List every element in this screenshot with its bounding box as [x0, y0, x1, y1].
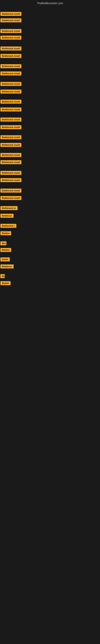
list-item: Bottleneck result	[0, 82, 21, 87]
list-item: Bot	[0, 241, 6, 246]
bottleneck-badge: Bottler	[0, 281, 11, 285]
bottleneck-badge: Bottleneck result	[0, 125, 21, 129]
bottleneck-badge: Bottleneck result	[0, 72, 21, 76]
list-item: Bottleneck result	[0, 12, 21, 17]
bottleneck-badge: Bot	[0, 241, 6, 245]
list-item: Bottler	[0, 281, 11, 286]
bottleneck-badge: Bottleneck re	[0, 206, 18, 210]
list-item: Bottleneck result	[0, 18, 21, 24]
list-item: Bottleneck result	[0, 99, 21, 105]
list-item: Bottleneck result	[0, 107, 21, 113]
bottleneck-badge: Bottle	[0, 258, 10, 262]
list-item: Bottleneck result	[0, 35, 21, 41]
bottleneck-badge: Bottleneck result	[0, 143, 21, 147]
list-item: Bottleneck result	[0, 152, 21, 158]
bottleneck-badge: Bottleneck result	[0, 178, 21, 182]
list-item: Bottleneck result	[0, 170, 21, 176]
list-item: Bottleneck result	[0, 46, 21, 52]
bottleneck-badge: Bottleneck result	[0, 171, 21, 175]
bottleneck-badge: Bottleneck result	[0, 108, 21, 112]
list-item: Bottleneck result	[0, 160, 21, 166]
list-item: Bottlen	[0, 248, 11, 253]
list-item: Bottleneck result	[0, 89, 21, 95]
list-item: Bottleneck result	[0, 135, 21, 140]
bottleneck-badge: Bottleneck result	[0, 29, 21, 33]
bottleneck-badge: Bottleneck result	[0, 54, 21, 58]
list-item: Bottleneck result	[0, 28, 21, 34]
bottleneck-badge: Bottlenec	[0, 264, 14, 268]
list-item: Bottlenec	[0, 264, 14, 270]
list-item: Bottleneck result	[0, 125, 21, 130]
bottleneck-badge: Bottlen	[0, 248, 11, 252]
list-item: Bottleneck re	[0, 206, 18, 211]
bottleneck-badge: Bottleneck result	[0, 82, 21, 86]
list-item: Bottleneck result	[0, 54, 21, 59]
bottleneck-badge: Bottleneck r	[0, 224, 16, 228]
bottleneck-badge: Bottleneck result	[0, 118, 21, 122]
bottleneck-badge: Bottleneck result	[0, 188, 21, 192]
list-item: Bottleneck result	[0, 196, 21, 201]
bottleneck-badge: Bottlen	[0, 231, 11, 235]
list-item: Bottleneck result	[0, 64, 21, 70]
bottleneck-badge: Bottleneck result	[0, 153, 21, 157]
bottleneck-badge: Bottlenec	[0, 214, 14, 218]
bottleneck-badge: Bottleneck result	[0, 18, 21, 22]
list-item: Bottleneck result	[0, 178, 21, 183]
bottleneck-badge: Bottleneck result	[0, 135, 21, 139]
list-item: Bo	[0, 274, 5, 279]
bottleneck-badge: Bottleneck result	[0, 12, 21, 16]
bottleneck-badge: Bottleneck result	[0, 46, 21, 50]
list-item: Bottleneck result	[0, 188, 21, 194]
list-item: Bottleneck result	[0, 142, 21, 148]
list-item: Bottle	[0, 257, 10, 263]
items-container: Bottleneck resultBottleneck resultBottle…	[0, 6, 100, 644]
bottleneck-badge: Bottleneck result	[0, 36, 21, 40]
list-item: Bottlenec	[0, 213, 14, 219]
bottleneck-badge: Bo	[0, 274, 5, 278]
bottleneck-badge: Bottleneck result	[0, 196, 21, 200]
site-title: TheBottlenecker.com	[0, 0, 100, 6]
list-item: Bottleneck result	[0, 71, 21, 77]
bottleneck-badge: Bottleneck result	[0, 90, 21, 94]
list-item: Bottleneck r	[0, 224, 16, 229]
list-item: Bottleneck result	[0, 117, 21, 123]
bottleneck-badge: Bottleneck result	[0, 100, 21, 104]
bottleneck-badge: Bottleneck result	[0, 160, 21, 164]
list-item: Bottlen	[0, 231, 11, 236]
bottleneck-badge: Bottleneck result	[0, 64, 21, 68]
